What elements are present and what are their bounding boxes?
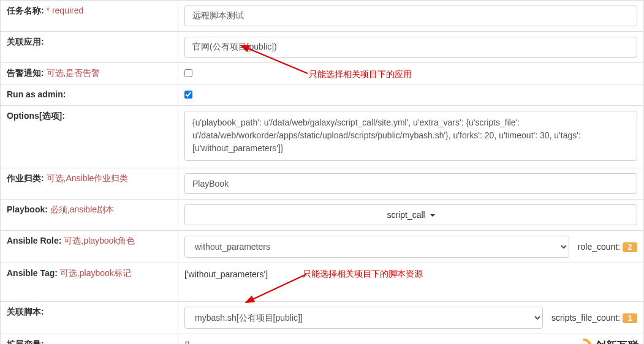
ansible-tag-note: 可选,playbook标记 bbox=[60, 268, 131, 278]
role-count-badge: 2 bbox=[623, 242, 637, 252]
assoc-script-select[interactable]: mybash.sh[公有项目[public]] bbox=[184, 307, 543, 329]
playbook-note: 必须,ansible剧本 bbox=[50, 204, 114, 214]
label-ansible-tag: Ansible Tag: 可选,playbook标记 bbox=[1, 263, 178, 302]
options-textarea[interactable] bbox=[184, 111, 637, 161]
label-task-name: 任务名称: * required bbox=[1, 1, 178, 32]
label-job-class: 作业归类: 可选,Ansible作业归类 bbox=[1, 168, 178, 200]
assoc-app-input[interactable] bbox=[184, 37, 637, 58]
ext-vars-value: {} bbox=[184, 339, 637, 344]
label-playbook: Playbook: 必须,ansible剧本 bbox=[1, 200, 178, 231]
scripts-file-count-badge: 1 bbox=[623, 313, 637, 323]
label-assoc-app: 关联应用: bbox=[1, 32, 178, 63]
required-note: * required bbox=[47, 6, 84, 15]
label-assoc-script: 关联脚本: bbox=[1, 302, 178, 334]
role-count-display: role_count: 2 bbox=[578, 242, 637, 252]
ansible-role-select[interactable]: without_parameters bbox=[184, 236, 569, 258]
label-run-admin: Run as admin: bbox=[1, 84, 178, 106]
job-class-input[interactable] bbox=[184, 173, 637, 194]
alert-note: 可选,是否告警 bbox=[47, 68, 100, 78]
caret-down-icon bbox=[430, 214, 435, 217]
watermark-text: 创新互联 bbox=[595, 338, 639, 344]
config-form-table: 任务名称: * required 关联应用: 告警通知: 可选,是否告警 Run… bbox=[0, 0, 644, 344]
label-alert: 告警通知: 可选,是否告警 bbox=[1, 63, 178, 84]
watermark: 创新互联 bbox=[575, 337, 639, 344]
label-ansible-role: Ansible Role: 可选,playbook角色 bbox=[1, 231, 178, 263]
playbook-dropdown[interactable]: script_call bbox=[184, 204, 637, 225]
swirl-icon bbox=[575, 337, 593, 344]
ansible-role-note: 可选,playbook角色 bbox=[64, 236, 135, 245]
label-ext-vars: 扩展变量: bbox=[1, 334, 178, 345]
task-name-input[interactable] bbox=[184, 6, 637, 26]
label-options: Options[选项]: bbox=[1, 106, 178, 168]
scripts-file-count-display: scripts_file_count: 1 bbox=[551, 313, 637, 323]
job-class-note: 可选,Ansible作业归类 bbox=[47, 173, 129, 183]
alert-checkbox[interactable] bbox=[184, 69, 192, 77]
ansible-tag-value: ['without_parameters'] bbox=[184, 268, 637, 280]
run-admin-checkbox[interactable] bbox=[184, 91, 192, 99]
